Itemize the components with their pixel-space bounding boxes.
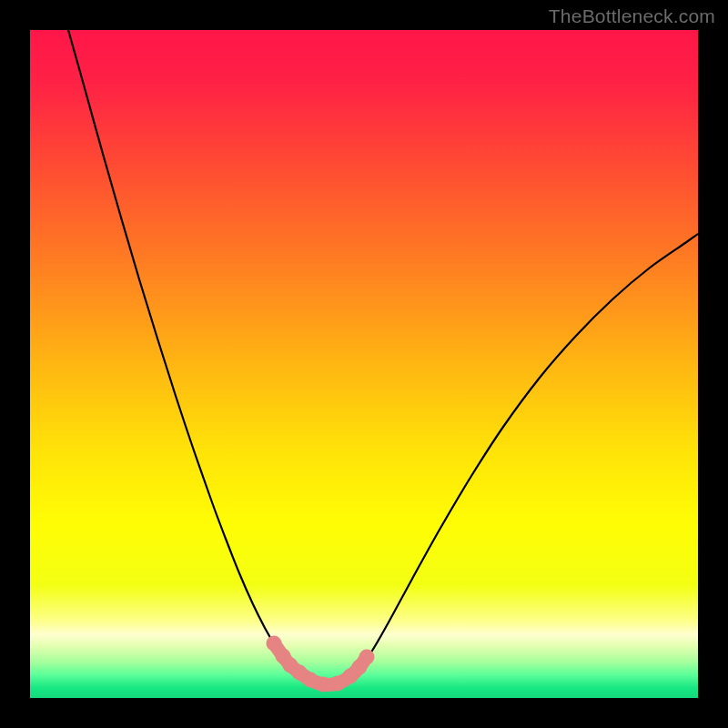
left-curve (68, 30, 323, 684)
watermark-text: TheBottleneck.com (549, 5, 715, 27)
data-marker (267, 636, 282, 652)
plot-area (30, 30, 698, 698)
chart-curves (30, 30, 698, 698)
data-marker (316, 677, 331, 693)
right-curve (323, 234, 698, 684)
data-marker (359, 650, 375, 665)
chart-frame: TheBottleneck.com (0, 0, 728, 728)
